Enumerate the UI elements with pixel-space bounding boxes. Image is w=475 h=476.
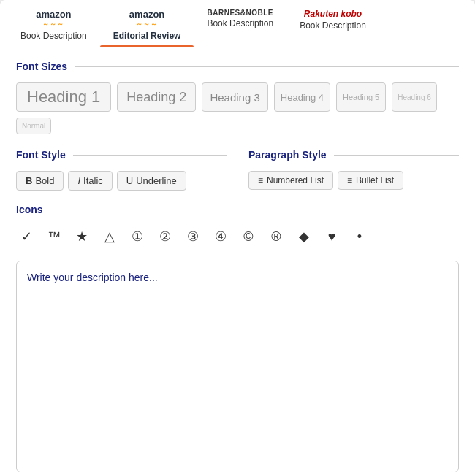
tab-label-amazon-book: Book Description (20, 31, 87, 41)
icon-checkmark[interactable]: ✓ (16, 229, 37, 245)
tab-brand-barnes: BARNES&NOBLE (208, 9, 273, 17)
icons-row: ✓ ™ ★ △ ① ② ③ ④ © ® ◆ ♥ • (16, 226, 459, 247)
tab-brand-amazon-book: amazon ～～～ (36, 9, 71, 29)
font-sizes-header: Font Sizes (16, 61, 459, 72)
tab-amazon-book[interactable]: amazon ～～～ Book Description (7, 0, 100, 47)
heading1-button[interactable]: Heading 1 (16, 82, 111, 112)
heading5-button[interactable]: Heading 5 (336, 82, 386, 112)
bold-label: Bold (35, 175, 54, 186)
numbered-list-icon: ≡ (258, 175, 263, 185)
icon-bullet[interactable]: • (349, 229, 370, 245)
font-sizes-row: Heading 1 Heading 2 Heading 3 Heading 4 … (16, 82, 459, 134)
bullet-list-button[interactable]: ≡ Bullet List (338, 171, 403, 190)
icon-registered[interactable]: ® (266, 229, 286, 245)
heading4-button[interactable]: Heading 4 (274, 82, 330, 112)
tab-rakuten-book[interactable]: Rakuten kobo Book Description (286, 0, 379, 47)
heading2-button[interactable]: Heading 2 (117, 82, 196, 112)
underline-button[interactable]: U Underline (117, 171, 186, 191)
icon-triangle[interactable]: △ (99, 229, 120, 245)
bold-button[interactable]: B Bold (16, 171, 64, 191)
icon-copyright[interactable]: © (238, 229, 259, 245)
tab-barnes-book[interactable]: BARNES&NOBLE Book Description (194, 0, 286, 47)
icon-trademark[interactable]: ™ (44, 229, 64, 245)
italic-icon: I (77, 175, 80, 186)
icon-diamond[interactable]: ◆ (294, 229, 314, 245)
italic-label: Italic (83, 175, 103, 186)
bullet-list-label: Bullet List (356, 175, 394, 185)
icon-star[interactable]: ★ (72, 229, 92, 245)
normal-button[interactable]: Normal (16, 118, 51, 134)
tab-amazon-editorial[interactable]: amazon ～～～ Editorial Review (100, 0, 194, 47)
paragraph-style-buttons: ≡ Numbered List ≡ Bullet List (248, 171, 459, 190)
numbered-list-label: Numbered List (267, 175, 324, 185)
tab-label-barnes-book: Book Description (207, 18, 273, 28)
style-row: Font Style B Bold I Italic U Underline (16, 149, 459, 191)
heading3-button[interactable]: Heading 3 (202, 82, 267, 112)
bullet-list-icon: ≡ (347, 175, 352, 185)
icon-circle2[interactable]: ② (155, 229, 175, 245)
tab-bar: amazon ～～～ Book Description amazon ～～～ E… (0, 0, 475, 47)
italic-button[interactable]: I Italic (68, 171, 112, 191)
paragraph-style-section: Paragraph Style ≡ Numbered List ≡ Bullet… (248, 149, 459, 191)
tab-brand-amazon-editorial: amazon ～～～ (129, 9, 164, 29)
numbered-list-button[interactable]: ≡ Numbered List (248, 171, 333, 190)
font-style-header: Font Style (16, 149, 227, 161)
underline-label: Underline (136, 175, 177, 186)
description-area[interactable]: Write your description here... (16, 261, 459, 472)
font-style-buttons: B Bold I Italic U Underline (16, 171, 227, 191)
bold-icon: B (26, 175, 32, 186)
tab-brand-rakuten: Rakuten kobo (304, 9, 362, 19)
font-style-section: Font Style B Bold I Italic U Underline (16, 149, 227, 191)
paragraph-style-header: Paragraph Style (248, 149, 459, 161)
main-content: Font Sizes Heading 1 Heading 2 Heading 3… (0, 47, 475, 476)
heading6-button[interactable]: Heading 6 (392, 82, 437, 112)
icon-circle1[interactable]: ① (127, 229, 148, 245)
icons-header: Icons (16, 204, 459, 215)
tab-label-amazon-editorial: Editorial Review (113, 31, 181, 41)
tab-label-rakuten-book: Book Description (300, 20, 366, 31)
icon-circle3[interactable]: ③ (183, 229, 203, 245)
description-placeholder: Write your description here... (27, 272, 158, 283)
underline-icon: U (126, 175, 133, 186)
icon-heart[interactable]: ♥ (322, 229, 342, 245)
icon-circle4[interactable]: ④ (210, 229, 231, 245)
app-container: amazon ～～～ Book Description amazon ～～～ E… (0, 0, 475, 476)
